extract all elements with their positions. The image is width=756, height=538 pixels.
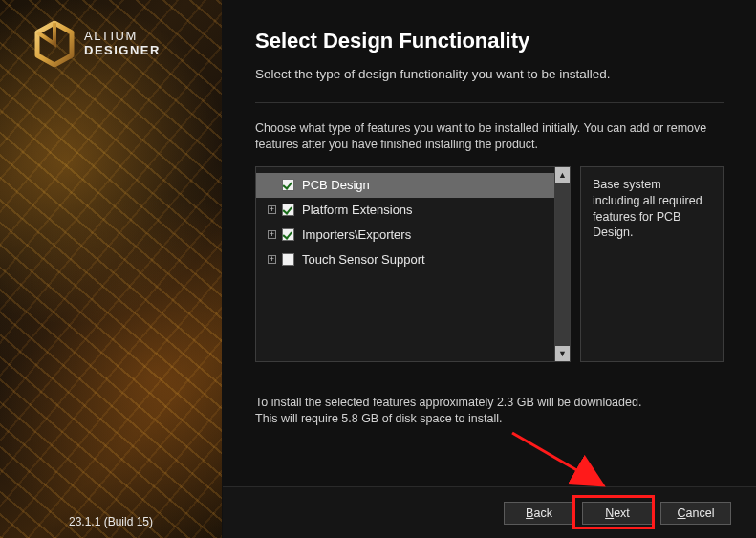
back-button[interactable]: Back <box>504 502 574 525</box>
feature-checkbox[interactable] <box>282 253 294 266</box>
page-title: Select Design Functionality <box>255 29 724 54</box>
scroll-track[interactable] <box>555 183 570 346</box>
feature-row[interactable]: PCB Design <box>256 173 554 198</box>
feature-tree[interactable]: PCB Design+Platform Extensions+Importers… <box>256 167 554 361</box>
feature-description-panel: Base system including all required featu… <box>580 166 724 362</box>
feature-label: Touch Sensor Support <box>300 252 554 267</box>
wizard-footer: Back Next Cancel <box>223 486 756 538</box>
feature-checkbox[interactable] <box>282 228 294 241</box>
version-label: 23.1.1 (Build 15) <box>0 515 222 528</box>
feature-description-text: Base system including all required featu… <box>593 178 702 240</box>
next-button[interactable]: Next <box>582 502 653 525</box>
feature-area: PCB Design+Platform Extensions+Importers… <box>255 166 724 362</box>
feature-tree-scrollbar[interactable]: ▲ ▼ <box>554 167 570 361</box>
expand-icon[interactable]: + <box>268 230 276 239</box>
feature-row[interactable]: +Touch Sensor Support <box>256 247 554 272</box>
brand-line2: DESIGNER <box>84 44 161 58</box>
feature-label: PCB Design <box>300 178 554 192</box>
expand-icon[interactable]: + <box>268 205 276 214</box>
main-panel: Select Design Functionality Select the t… <box>223 0 756 538</box>
cancel-button[interactable]: Cancel <box>660 502 731 525</box>
page-subtitle: Select the type of design functionality … <box>255 67 724 81</box>
feature-tree-container: PCB Design+Platform Extensions+Importers… <box>255 166 571 362</box>
brand-text: ALTIUM DESIGNER <box>84 30 161 58</box>
content-area: Select Design Functionality Select the t… <box>223 0 756 486</box>
download-size-text: To install the selected features approxi… <box>255 395 724 411</box>
feature-label: Platform Extensions <box>300 203 554 217</box>
install-size-info: To install the selected features approxi… <box>255 395 724 427</box>
brand-block: ALTIUM DESIGNER <box>34 21 161 67</box>
expand-icon[interactable]: + <box>268 255 276 264</box>
scroll-up-button[interactable]: ▲ <box>555 167 570 183</box>
expand-spacer <box>268 181 276 189</box>
scroll-down-button[interactable]: ▼ <box>555 346 570 361</box>
feature-row[interactable]: +Platform Extensions <box>256 198 554 223</box>
altium-logo-icon <box>34 21 75 67</box>
divider <box>255 102 724 103</box>
brand-line1: ALTIUM <box>84 30 161 44</box>
installer-sidebar: ALTIUM DESIGNER 23.1.1 (Build 15) <box>0 0 223 538</box>
intro-text: Choose what type of features you want to… <box>255 120 724 153</box>
feature-label: Importers\Exporters <box>300 227 554 242</box>
feature-checkbox[interactable] <box>282 179 294 191</box>
feature-row[interactable]: +Importers\Exporters <box>256 223 554 247</box>
disk-size-text: This will require 5.8 GB of disk space t… <box>255 411 724 427</box>
feature-checkbox[interactable] <box>282 204 294 216</box>
